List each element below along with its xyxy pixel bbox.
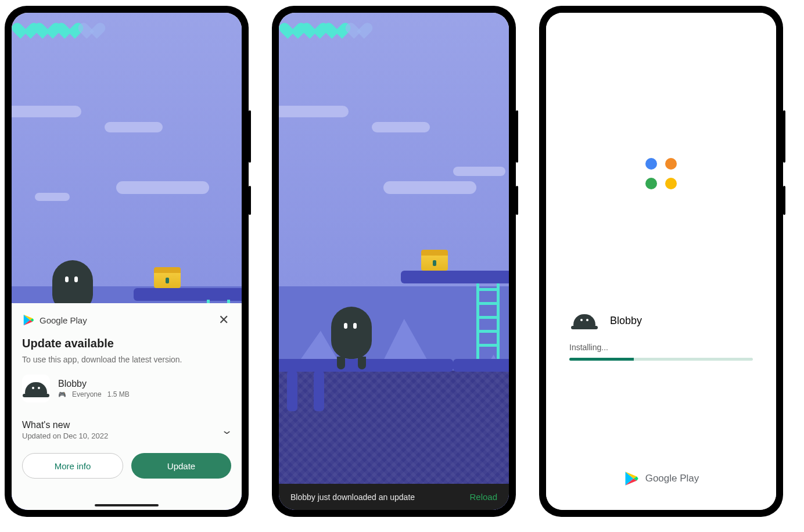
update-label: Update bbox=[167, 461, 195, 471]
google-play-icon bbox=[22, 314, 35, 326]
cloud bbox=[116, 181, 209, 194]
update-bottom-sheet: Google Play ✕ Update available To use th… bbox=[12, 303, 242, 510]
splash-footer: Google Play bbox=[546, 470, 776, 487]
install-progress bbox=[569, 358, 753, 361]
treasure-chest-icon bbox=[421, 250, 448, 271]
sheet-title: Update available bbox=[22, 337, 231, 350]
pillar bbox=[314, 371, 324, 411]
blob-character bbox=[331, 307, 372, 359]
heart-icon bbox=[306, 16, 324, 33]
heart-icon bbox=[60, 16, 79, 33]
snackbar-message: Blobby just downloaded an update bbox=[290, 493, 415, 502]
platform bbox=[134, 288, 242, 301]
install-status-label: Installing... bbox=[569, 343, 753, 352]
more-info-label: More info bbox=[55, 461, 91, 471]
content-rating: Everyone bbox=[72, 390, 102, 398]
screen: Google Play ✕ Update available To use th… bbox=[12, 13, 242, 510]
game-scene bbox=[279, 13, 509, 510]
cloud bbox=[12, 106, 81, 117]
heart-icon bbox=[350, 16, 368, 33]
whats-new-header: What's new bbox=[22, 420, 108, 430]
phone-mock-update-dialog: Google Play ✕ Update available To use th… bbox=[5, 6, 249, 517]
whats-new-date: Updated on Dec 10, 2022 bbox=[22, 432, 108, 440]
treasure-chest-icon bbox=[154, 267, 181, 288]
google-play-icon bbox=[623, 470, 640, 487]
app-name: Blobby bbox=[610, 315, 642, 327]
sheet-header: Google Play ✕ bbox=[22, 311, 231, 329]
store-name: Google Play bbox=[40, 315, 211, 325]
pillar bbox=[287, 371, 297, 411]
screen: Blobby Installing... Google Play bbox=[546, 13, 776, 510]
footer-brand: Google Play bbox=[645, 473, 699, 484]
app-size: 1.5 MB bbox=[107, 390, 130, 398]
platform bbox=[401, 271, 509, 283]
cloud bbox=[35, 193, 70, 201]
ladder bbox=[476, 283, 500, 359]
app-icon bbox=[569, 309, 600, 332]
app-meta: Blobby 🎮 Everyone 1.5 MB bbox=[58, 379, 130, 398]
install-status: Installing... bbox=[569, 343, 753, 361]
heart-icon bbox=[16, 16, 35, 33]
heart-icon bbox=[328, 16, 346, 33]
installing-splash: Blobby Installing... Google Play bbox=[546, 13, 776, 510]
content-rating-icon: 🎮 bbox=[58, 391, 66, 398]
cloud bbox=[372, 122, 430, 132]
phone-mock-installing: Blobby Installing... Google Play bbox=[539, 6, 783, 517]
more-info-button[interactable]: More info bbox=[22, 453, 123, 479]
app-name: Blobby bbox=[58, 379, 130, 389]
update-button[interactable]: Update bbox=[131, 453, 231, 479]
close-icon[interactable]: ✕ bbox=[216, 311, 231, 329]
cloud bbox=[279, 106, 349, 117]
loading-dots-icon bbox=[645, 158, 677, 189]
platform bbox=[453, 359, 509, 372]
heart-icon bbox=[82, 16, 101, 33]
update-snackbar: Blobby just downloaded an update Reload bbox=[279, 484, 509, 510]
reload-button[interactable]: Reload bbox=[469, 492, 497, 502]
button-row: More info Update bbox=[22, 453, 231, 479]
cloud bbox=[105, 122, 163, 132]
install-app-row: Blobby bbox=[569, 309, 753, 332]
app-row: Blobby 🎮 Everyone 1.5 MB bbox=[22, 375, 231, 402]
cloud bbox=[453, 167, 505, 176]
platform bbox=[279, 359, 453, 372]
home-indicator bbox=[95, 504, 159, 506]
cloud bbox=[383, 181, 476, 194]
heart-icon bbox=[38, 16, 57, 33]
screen: Blobby just downloaded an update Reload bbox=[279, 13, 509, 510]
whats-new-row[interactable]: What's new Updated on Dec 10, 2022 ⌄ bbox=[22, 418, 231, 443]
heart-icon bbox=[283, 16, 302, 33]
phone-mock-snackbar: Blobby just downloaded an update Reload bbox=[272, 6, 516, 517]
app-icon bbox=[22, 375, 50, 402]
chevron-down-icon: ⌄ bbox=[221, 424, 233, 437]
lives-indicator bbox=[16, 16, 101, 33]
lives-indicator bbox=[283, 16, 368, 33]
sheet-subtitle: To use this app, download the latest ver… bbox=[22, 355, 231, 364]
